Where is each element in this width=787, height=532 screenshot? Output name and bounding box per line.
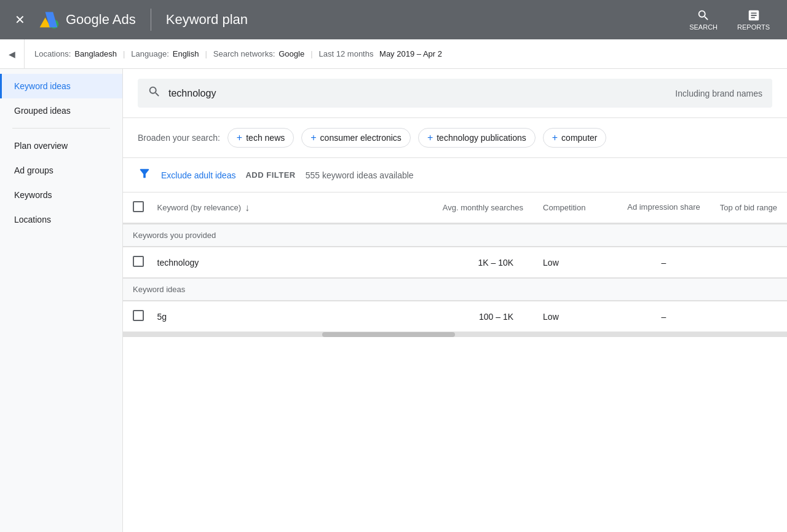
date-range-value[interactable]: May 2019 – Apr 2 [377, 49, 442, 58]
keyword-search-bar: Including brand names [138, 79, 772, 108]
broaden-label: Broaden your search: [138, 133, 220, 143]
add-filter-button[interactable]: ADD FILTER [245, 170, 295, 180]
row-checkbox-cell[interactable] [123, 247, 148, 278]
filter-bar: Exclude adult ideas ADD FILTER 555 keywo… [123, 158, 787, 193]
sidebar-item-keywords[interactable]: Keywords [0, 183, 122, 207]
date-range-label: Last 12 months [319, 49, 374, 58]
th-ad-impression-share[interactable]: Ad impression share [617, 193, 710, 223]
section-header-ideas: Keyword ideas [123, 278, 787, 301]
search-bar-icon [148, 85, 161, 101]
app-logo: Google Ads [38, 9, 136, 31]
competition-value: Low [543, 312, 559, 322]
collapse-icon: ◀ [9, 49, 15, 59]
broaden-pill-technology-publications[interactable]: + technology publications [418, 128, 536, 148]
broaden-search-section: Broaden your search: + tech news + consu… [123, 117, 787, 158]
app-name: Google Ads [66, 12, 136, 28]
select-all-checkbox[interactable] [133, 201, 144, 212]
add-icon: + [552, 132, 558, 143]
google-ads-logo-icon [38, 9, 60, 31]
search-nav-button[interactable]: SEARCH [682, 5, 725, 34]
section-header-provided-label: Keywords you provided [123, 224, 787, 247]
pill-label: tech news [246, 133, 285, 143]
add-icon: + [427, 132, 433, 143]
collapse-button[interactable]: ◀ [0, 39, 25, 69]
sub-navigation: ◀ Locations: Bangladesh | Language: Engl… [0, 39, 787, 69]
row-monthly-searches-cell: 1K – 10K [417, 247, 533, 278]
sidebar: Keyword ideas Grouped ideas Plan overvie… [0, 69, 123, 532]
language-label: Language: [131, 49, 168, 58]
sidebar-item-ad-groups[interactable]: Ad groups [0, 158, 122, 183]
search-networks-label: Search networks: [213, 49, 275, 58]
table-header-row: Keyword (by relevance) ↓ Avg. monthly se… [123, 193, 787, 223]
page-title: Keyword plan [166, 12, 248, 28]
keyword-count-label: 555 keyword ideas available [306, 170, 414, 180]
row-keyword-cell: 5g [148, 301, 418, 332]
broaden-pill-computer[interactable]: + computer [543, 128, 607, 148]
section-header-provided: Keywords you provided [123, 223, 787, 247]
pill-label: technology publications [437, 133, 526, 143]
keyword-table: Keyword (by relevance) ↓ Avg. monthly se… [123, 193, 787, 332]
nav-divider [151, 9, 151, 31]
sort-arrow-icon: ↓ [245, 202, 250, 213]
sidebar-item-locations[interactable]: Locations [0, 207, 122, 232]
add-icon: + [310, 132, 316, 143]
exclude-adult-ideas-link[interactable]: Exclude adult ideas [161, 170, 235, 180]
nav-right-actions: SEARCH REPORTS [682, 5, 777, 34]
th-keyword[interactable]: Keyword (by relevance) ↓ [148, 193, 418, 223]
pill-label: consumer electronics [320, 133, 401, 143]
section-header-ideas-label: Keyword ideas [123, 278, 787, 301]
reports-nav-button[interactable]: REPORTS [730, 5, 777, 34]
reports-nav-label: REPORTS [737, 23, 770, 31]
broaden-pill-tech-news[interactable]: + tech news [227, 128, 294, 148]
filter-icon [138, 167, 151, 183]
keyword-value: 5g [157, 312, 167, 322]
row-checkbox[interactable] [133, 256, 144, 267]
close-button[interactable]: ✕ [10, 7, 30, 32]
pill-label: computer [561, 133, 597, 143]
horizontal-scrollbar[interactable] [123, 332, 787, 337]
th-top-of-bid[interactable]: Top of bid range [710, 193, 787, 223]
th-competition[interactable]: Competition [533, 193, 617, 223]
locations-label: Locations: [34, 49, 71, 58]
monthly-searches-value: 1K – 10K [478, 258, 513, 268]
sidebar-item-keyword-ideas[interactable]: Keyword ideas [0, 74, 122, 98]
top-navigation: ✕ Google Ads Keyword plan SEARCH REPORTS [0, 0, 787, 39]
search-nav-label: SEARCH [689, 23, 718, 31]
row-top-bid-cell [710, 247, 787, 278]
select-all-header[interactable] [123, 193, 148, 223]
th-monthly-searches[interactable]: Avg. monthly searches [417, 193, 533, 223]
row-top-bid-cell [710, 301, 787, 332]
row-checkbox-cell[interactable] [123, 301, 148, 332]
table-row: technology 1K – 10K Low – [123, 247, 787, 278]
sidebar-item-grouped-ideas[interactable]: Grouped ideas [0, 98, 122, 123]
sidebar-divider [12, 128, 110, 129]
language-value[interactable]: English [173, 49, 199, 58]
brand-names-toggle[interactable]: Including brand names [675, 89, 762, 98]
add-icon: + [237, 132, 242, 143]
broaden-pill-consumer-electronics[interactable]: + consumer electronics [301, 128, 411, 148]
search-icon [697, 9, 710, 22]
horizontal-scrollbar-thumb[interactable] [322, 332, 455, 337]
impression-share-value: – [662, 312, 666, 322]
row-keyword-cell: technology [148, 247, 418, 278]
row-impression-share-cell: – [617, 247, 710, 278]
table-row: 5g 100 – 1K Low – [123, 301, 787, 332]
keyword-search-input[interactable] [168, 88, 668, 99]
locations-value[interactable]: Bangladesh [74, 49, 117, 58]
row-impression-share-cell: – [617, 301, 710, 332]
keyword-value: technology [157, 258, 199, 268]
main-layout: Keyword ideas Grouped ideas Plan overvie… [0, 69, 787, 532]
row-competition-cell: Low [533, 247, 617, 278]
sidebar-item-plan-overview[interactable]: Plan overview [0, 133, 122, 158]
row-monthly-searches-cell: 100 – 1K [417, 301, 533, 332]
reports-icon [747, 9, 761, 22]
impression-share-value: – [662, 258, 666, 268]
sub-nav-filters: Locations: Bangladesh | Language: Englis… [25, 49, 452, 58]
main-content: Including brand names Broaden your searc… [123, 69, 787, 532]
row-checkbox[interactable] [133, 310, 144, 321]
monthly-searches-value: 100 – 1K [479, 312, 513, 322]
search-networks-value[interactable]: Google [279, 49, 304, 58]
competition-value: Low [543, 258, 559, 268]
row-competition-cell: Low [533, 301, 617, 332]
